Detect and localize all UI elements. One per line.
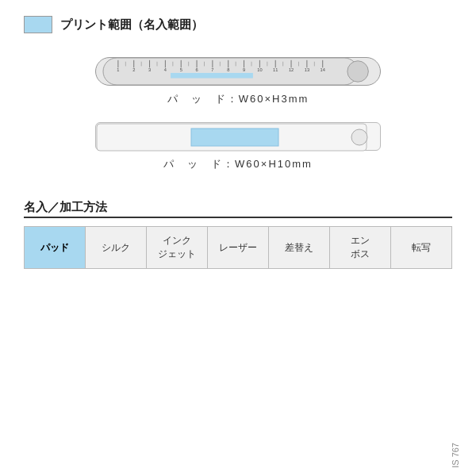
legend-color-box: [24, 16, 52, 33]
ruler1-svg: 1 2 3 4 5 6 7 8 9 10 11 12 13 14: [96, 58, 380, 85]
ruler1-section: 1 2 3 4 5 6 7 8 9 10 11 12 13 14: [24, 57, 452, 106]
svg-text:2: 2: [132, 67, 135, 72]
svg-point-1: [347, 61, 368, 82]
ruler1: 1 2 3 4 5 6 7 8 9 10 11 12 13 14: [95, 57, 381, 86]
svg-text:7: 7: [211, 67, 213, 72]
svg-text:4: 4: [164, 67, 167, 72]
ruler2-section: パ ッ ド：W60×H10mm: [24, 122, 452, 171]
svg-rect-2: [171, 73, 253, 79]
method-btn-pad[interactable]: パッド: [25, 227, 86, 268]
method-btn-sashikae[interactable]: 差替え: [269, 227, 330, 268]
ruler1-wrap: 1 2 3 4 5 6 7 8 9 10 11 12 13 14: [95, 57, 381, 86]
svg-text:1: 1: [117, 67, 119, 72]
ruler2-svg: [96, 123, 382, 152]
method-buttons: パッド シルク インクジェット レーザー 差替え エンボス 転写: [24, 226, 452, 269]
ruler1-caption: パ ッ ド：W60×H3mm: [167, 92, 309, 106]
section-heading: 名入／加工方法: [24, 200, 452, 218]
ruler2: [95, 122, 381, 151]
svg-text:8: 8: [227, 67, 229, 72]
svg-text:14: 14: [321, 67, 325, 72]
svg-text:5: 5: [180, 67, 182, 72]
ruler2-caption: パ ッ ド：W60×H10mm: [163, 157, 313, 171]
svg-point-46: [351, 129, 367, 145]
legend: プリント範囲（名入範囲）: [24, 16, 452, 33]
svg-rect-45: [191, 129, 278, 146]
svg-text:12: 12: [289, 67, 294, 72]
ruler2-wrap: [95, 122, 381, 151]
product-code: IS 767: [451, 443, 460, 468]
method-btn-inkjet[interactable]: インクジェット: [147, 227, 208, 268]
method-btn-transfer[interactable]: 転写: [391, 227, 451, 268]
svg-text:10: 10: [257, 67, 262, 72]
svg-text:9: 9: [243, 67, 245, 72]
method-btn-silk[interactable]: シルク: [86, 227, 147, 268]
method-btn-emboss[interactable]: エンボス: [330, 227, 391, 268]
method-btn-laser[interactable]: レーザー: [208, 227, 269, 268]
svg-text:3: 3: [148, 67, 151, 72]
legend-label: プリント範囲（名入範囲）: [60, 17, 203, 33]
svg-text:13: 13: [305, 67, 309, 72]
svg-text:6: 6: [195, 67, 198, 72]
svg-text:11: 11: [273, 67, 278, 72]
page: プリント範囲（名入範囲）: [0, 0, 476, 476]
